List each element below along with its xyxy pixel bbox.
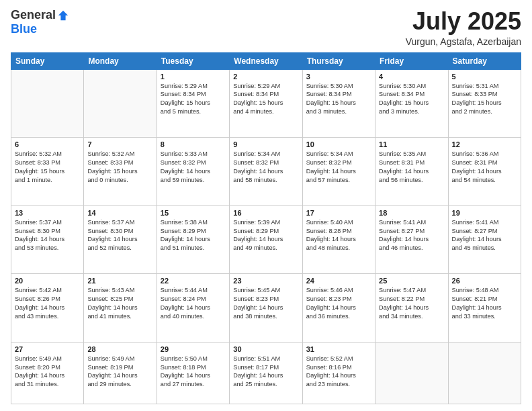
day-info: Sunrise: 5:29 AM Sunset: 8:34 PM Dayligh… (161, 82, 226, 117)
calendar-cell: 15Sunrise: 5:38 AM Sunset: 8:29 PM Dayli… (157, 205, 229, 274)
calendar-cell: 26Sunrise: 5:48 AM Sunset: 8:21 PM Dayli… (448, 274, 521, 342)
calendar-cell: 10Sunrise: 5:34 AM Sunset: 8:32 PM Dayli… (302, 138, 375, 206)
day-number: 22 (161, 277, 226, 285)
day-info: Sunrise: 5:51 AM Sunset: 8:17 PM Dayligh… (233, 355, 298, 390)
day-info: Sunrise: 5:38 AM Sunset: 8:29 PM Dayligh… (161, 218, 226, 253)
day-info: Sunrise: 5:36 AM Sunset: 8:31 PM Dayligh… (452, 150, 517, 185)
day-number: 11 (379, 140, 444, 148)
month-year: July 2025 (406, 8, 521, 35)
calendar-cell: 9Sunrise: 5:34 AM Sunset: 8:32 PM Daylig… (230, 138, 302, 206)
calendar-cell: 28Sunrise: 5:49 AM Sunset: 8:19 PM Dayli… (84, 342, 157, 404)
day-info: Sunrise: 5:35 AM Sunset: 8:31 PM Dayligh… (379, 150, 444, 185)
day-info: Sunrise: 5:43 AM Sunset: 8:25 PM Dayligh… (87, 286, 152, 321)
calendar-header-tuesday: Tuesday (157, 52, 229, 69)
day-number: 26 (452, 277, 517, 285)
calendar-cell: 25Sunrise: 5:47 AM Sunset: 8:22 PM Dayli… (375, 274, 448, 342)
day-number: 12 (452, 140, 517, 148)
day-number: 23 (233, 277, 298, 285)
calendar-cell: 12Sunrise: 5:36 AM Sunset: 8:31 PM Dayli… (448, 138, 521, 206)
calendar-header-row: SundayMondayTuesdayWednesdayThursdayFrid… (11, 52, 521, 69)
day-info: Sunrise: 5:44 AM Sunset: 8:24 PM Dayligh… (161, 286, 226, 321)
calendar-cell: 8Sunrise: 5:33 AM Sunset: 8:32 PM Daylig… (157, 138, 229, 206)
day-number: 27 (15, 345, 80, 353)
calendar-cell: 13Sunrise: 5:37 AM Sunset: 8:30 PM Dayli… (11, 205, 84, 274)
day-info: Sunrise: 5:46 AM Sunset: 8:23 PM Dayligh… (306, 286, 371, 321)
calendar-cell (375, 342, 448, 404)
logo: General Blue (11, 8, 69, 36)
day-number: 15 (161, 209, 226, 217)
calendar-cell: 18Sunrise: 5:41 AM Sunset: 8:27 PM Dayli… (375, 205, 448, 274)
day-number: 20 (15, 277, 80, 285)
header: General Blue July 2025 Vurgun, Agstafa, … (11, 8, 521, 47)
day-info: Sunrise: 5:30 AM Sunset: 8:34 PM Dayligh… (306, 82, 371, 117)
day-number: 18 (379, 209, 444, 217)
page: General Blue July 2025 Vurgun, Agstafa, … (0, 0, 532, 411)
day-number: 28 (87, 345, 152, 353)
location: Vurgun, Agstafa, Azerbaijan (406, 36, 521, 47)
svg-marker-0 (58, 10, 68, 19)
day-number: 1 (161, 73, 226, 81)
calendar-header-monday: Monday (84, 52, 157, 69)
calendar-table: SundayMondayTuesdayWednesdayThursdayFrid… (11, 52, 521, 404)
day-info: Sunrise: 5:37 AM Sunset: 8:30 PM Dayligh… (87, 218, 152, 253)
calendar-header-sunday: Sunday (11, 52, 84, 69)
title-block: July 2025 Vurgun, Agstafa, Azerbaijan (406, 8, 521, 47)
day-info: Sunrise: 5:31 AM Sunset: 8:33 PM Dayligh… (452, 82, 517, 117)
day-number: 7 (87, 140, 152, 148)
day-info: Sunrise: 5:34 AM Sunset: 8:32 PM Dayligh… (306, 150, 371, 185)
day-info: Sunrise: 5:41 AM Sunset: 8:27 PM Dayligh… (452, 218, 517, 253)
day-number: 3 (306, 73, 371, 81)
calendar-cell (448, 342, 521, 404)
day-number: 13 (15, 209, 80, 217)
day-info: Sunrise: 5:34 AM Sunset: 8:32 PM Dayligh… (233, 150, 298, 185)
day-number: 29 (161, 345, 226, 353)
calendar-cell: 6Sunrise: 5:32 AM Sunset: 8:33 PM Daylig… (11, 138, 84, 206)
calendar-cell: 7Sunrise: 5:32 AM Sunset: 8:33 PM Daylig… (84, 138, 157, 206)
calendar-cell: 2Sunrise: 5:29 AM Sunset: 8:34 PM Daylig… (230, 69, 302, 138)
day-info: Sunrise: 5:45 AM Sunset: 8:23 PM Dayligh… (233, 286, 298, 321)
day-info: Sunrise: 5:33 AM Sunset: 8:32 PM Dayligh… (161, 150, 226, 185)
day-number: 30 (233, 345, 298, 353)
calendar-header-friday: Friday (375, 52, 448, 69)
day-info: Sunrise: 5:30 AM Sunset: 8:34 PM Dayligh… (379, 82, 444, 117)
calendar-header-thursday: Thursday (302, 52, 375, 69)
day-info: Sunrise: 5:39 AM Sunset: 8:29 PM Dayligh… (233, 218, 298, 253)
calendar-header-wednesday: Wednesday (230, 52, 302, 69)
calendar-cell: 14Sunrise: 5:37 AM Sunset: 8:30 PM Dayli… (84, 205, 157, 274)
day-number: 6 (15, 140, 80, 148)
calendar-cell (11, 69, 84, 138)
calendar-cell: 4Sunrise: 5:30 AM Sunset: 8:34 PM Daylig… (375, 69, 448, 138)
calendar-cell: 29Sunrise: 5:50 AM Sunset: 8:18 PM Dayli… (157, 342, 229, 404)
day-info: Sunrise: 5:32 AM Sunset: 8:33 PM Dayligh… (87, 150, 152, 185)
day-info: Sunrise: 5:50 AM Sunset: 8:18 PM Dayligh… (161, 355, 226, 390)
day-number: 4 (379, 73, 444, 81)
logo-icon (57, 9, 69, 21)
day-number: 16 (233, 209, 298, 217)
calendar-cell: 22Sunrise: 5:44 AM Sunset: 8:24 PM Dayli… (157, 274, 229, 342)
calendar-cell: 27Sunrise: 5:49 AM Sunset: 8:20 PM Dayli… (11, 342, 84, 404)
day-info: Sunrise: 5:52 AM Sunset: 8:16 PM Dayligh… (306, 355, 371, 390)
calendar-week-1: 1Sunrise: 5:29 AM Sunset: 8:34 PM Daylig… (11, 69, 521, 138)
day-info: Sunrise: 5:41 AM Sunset: 8:27 PM Dayligh… (379, 218, 444, 253)
calendar-cell: 17Sunrise: 5:40 AM Sunset: 8:28 PM Dayli… (302, 205, 375, 274)
day-number: 19 (452, 209, 517, 217)
day-info: Sunrise: 5:49 AM Sunset: 8:19 PM Dayligh… (87, 355, 152, 390)
calendar-cell: 31Sunrise: 5:52 AM Sunset: 8:16 PM Dayli… (302, 342, 375, 404)
calendar-cell (84, 69, 157, 138)
calendar-cell: 21Sunrise: 5:43 AM Sunset: 8:25 PM Dayli… (84, 274, 157, 342)
logo-blue-text: Blue (11, 22, 37, 36)
day-info: Sunrise: 5:37 AM Sunset: 8:30 PM Dayligh… (15, 218, 80, 253)
calendar-cell: 24Sunrise: 5:46 AM Sunset: 8:23 PM Dayli… (302, 274, 375, 342)
calendar-header-saturday: Saturday (448, 52, 521, 69)
day-number: 21 (87, 277, 152, 285)
day-info: Sunrise: 5:49 AM Sunset: 8:20 PM Dayligh… (15, 355, 80, 390)
day-number: 17 (306, 209, 371, 217)
logo-general-text: General (11, 8, 56, 22)
calendar-cell: 20Sunrise: 5:42 AM Sunset: 8:26 PM Dayli… (11, 274, 84, 342)
day-number: 24 (306, 277, 371, 285)
day-number: 9 (233, 140, 298, 148)
calendar-cell: 11Sunrise: 5:35 AM Sunset: 8:31 PM Dayli… (375, 138, 448, 206)
calendar-cell: 30Sunrise: 5:51 AM Sunset: 8:17 PM Dayli… (230, 342, 302, 404)
calendar-week-3: 13Sunrise: 5:37 AM Sunset: 8:30 PM Dayli… (11, 205, 521, 274)
calendar-cell: 1Sunrise: 5:29 AM Sunset: 8:34 PM Daylig… (157, 69, 229, 138)
